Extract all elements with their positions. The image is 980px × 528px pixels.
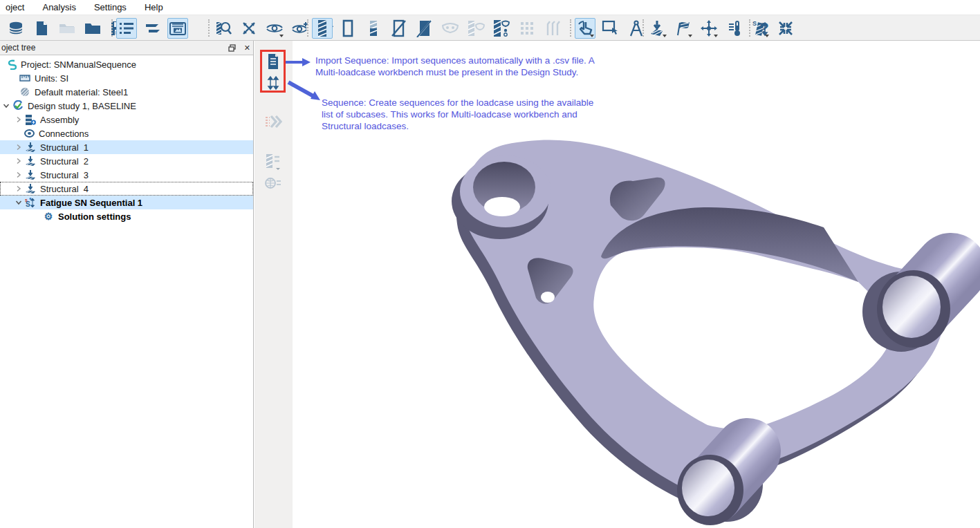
box-hide-icon[interactable] xyxy=(414,18,435,39)
mask-icon[interactable] xyxy=(440,18,461,39)
comments-icon[interactable] xyxy=(142,18,163,39)
svg-text:S: S xyxy=(26,200,30,208)
tree-row-structural-4[interactable]: Structural 4 xyxy=(0,182,253,196)
project-tree-header: oject tree ✕ xyxy=(0,41,253,55)
fatigue-sn-icon: sS xyxy=(25,197,36,208)
find-on-model-icon[interactable] xyxy=(213,18,234,39)
chevron-right-icon[interactable] xyxy=(14,115,24,124)
box-select-icon[interactable] xyxy=(600,18,621,39)
bolt-half-icon[interactable] xyxy=(363,18,384,39)
tree-list-icon[interactable] xyxy=(116,18,137,39)
float-panel-icon[interactable] xyxy=(228,44,236,52)
chevron-down-icon[interactable] xyxy=(14,198,24,207)
bolt-hide-icon[interactable] xyxy=(389,18,409,39)
ruler-icon xyxy=(19,73,30,84)
gear-icon: ⚙ xyxy=(43,211,54,222)
outline-box-icon[interactable] xyxy=(338,18,358,39)
simcenter-logo-icon xyxy=(6,59,17,70)
fit-view-icon[interactable] xyxy=(775,18,796,39)
bolt-visible-icon[interactable] xyxy=(312,18,333,39)
project-tree-title: oject tree xyxy=(1,43,35,53)
toolbar-group-selection xyxy=(569,17,647,39)
assembly-icon xyxy=(25,114,36,125)
constraint-flag-icon[interactable] xyxy=(673,18,694,39)
thermal-load-icon[interactable] xyxy=(724,18,745,39)
connections-icon xyxy=(24,128,35,139)
toolbar-group-file xyxy=(0,17,129,39)
application-window: oject Analysis Settings Help xyxy=(0,0,980,528)
menu-analysis[interactable]: Analysis xyxy=(38,1,80,14)
tree-row-design-study[interactable]: Design study 1, BASELINE xyxy=(0,99,253,113)
structural-load-icon xyxy=(25,155,36,167)
bolt-mask-icon[interactable] xyxy=(465,18,486,39)
structural-load-icon xyxy=(25,142,36,153)
database-icon[interactable] xyxy=(6,18,26,39)
chevron-down-icon[interactable] xyxy=(1,101,11,111)
tree-row-assembly[interactable]: Assembly xyxy=(0,113,253,126)
structural-load-icon xyxy=(25,183,36,194)
tree-row-project[interactable]: Project: SNManualSequence xyxy=(0,57,253,71)
tree-row-connections[interactable]: Connections xyxy=(0,126,253,140)
chevron-right-icon[interactable] xyxy=(14,184,24,194)
sequence-annotation: Sequence: Create sequences for the loadc… xyxy=(322,97,640,132)
project-tree-panel: oject tree ✕ Project: SNManualSequence U… xyxy=(0,41,254,528)
tree-row-fatigue-sn-sequential[interactable]: sS Fatigue SN Sequential 1 xyxy=(0,196,253,209)
multi-bolts-icon[interactable] xyxy=(542,18,563,39)
material-sphere-icon xyxy=(19,86,30,97)
chevron-right-icon[interactable] xyxy=(14,170,24,180)
help-button[interactable]: ? xyxy=(754,18,775,39)
import-sequence-annotation: Import Sequence: Import sequences automa… xyxy=(315,55,661,78)
main-toolbar: S ? xyxy=(0,15,980,41)
chevron-right-icon[interactable] xyxy=(14,156,24,166)
bolt-mask-options-icon[interactable] xyxy=(491,18,512,39)
tree-row-structural-1[interactable]: Structural 1 xyxy=(0,140,253,154)
open-folder-icon[interactable] xyxy=(57,18,77,39)
tree-row-material[interactable]: Default material: Steel1 xyxy=(0,85,253,99)
design-study-icon xyxy=(12,100,24,111)
menu-settings[interactable]: Settings xyxy=(90,1,131,14)
grid-dots-icon[interactable] xyxy=(517,18,537,39)
toolbar-group-model-display xyxy=(306,17,563,39)
dropdown-caret xyxy=(590,35,594,37)
toolbar-group-panels xyxy=(111,17,188,39)
menu-bar: oject Analysis Settings Help xyxy=(0,0,980,15)
project-tree: Project: SNManualSequence Units: SI Defa… xyxy=(0,55,253,223)
display-monitor-icon[interactable] xyxy=(167,18,188,39)
help-question-icon: ? xyxy=(759,19,768,37)
tree-row-structural-3[interactable]: Structural 3 xyxy=(0,168,253,182)
menu-help[interactable]: Help xyxy=(140,1,167,14)
close-panel-icon[interactable]: ✕ xyxy=(244,44,250,53)
toolbar-group-help: ? xyxy=(748,17,775,39)
dropdown-caret xyxy=(279,35,284,37)
chevron-right-icon[interactable] xyxy=(14,142,24,152)
folder-icon[interactable] xyxy=(82,18,103,39)
dropdown-caret xyxy=(663,35,667,37)
displacement-arrows-icon[interactable] xyxy=(699,18,719,39)
tree-row-solution-settings[interactable]: ⚙ Solution settings xyxy=(0,209,253,223)
global-list-icon xyxy=(264,174,282,192)
tree-row-units[interactable]: Units: SI xyxy=(0,71,253,85)
clash-arrows-icon[interactable] xyxy=(239,18,259,39)
menu-project[interactable]: oject xyxy=(1,1,28,14)
dropdown-caret xyxy=(714,35,718,37)
new-file-icon[interactable] xyxy=(31,18,52,39)
dropdown-caret xyxy=(688,35,692,37)
tree-row-structural-2[interactable]: Structural 2 xyxy=(0,154,253,168)
structural-load-icon xyxy=(25,169,36,180)
select-hand-icon[interactable] xyxy=(575,18,595,39)
load-arrow-icon[interactable] xyxy=(647,18,668,39)
hide-eye-icon[interactable] xyxy=(264,18,285,39)
graphics-viewport[interactable]: Import Sequence: Import sequences automa… xyxy=(293,41,980,528)
